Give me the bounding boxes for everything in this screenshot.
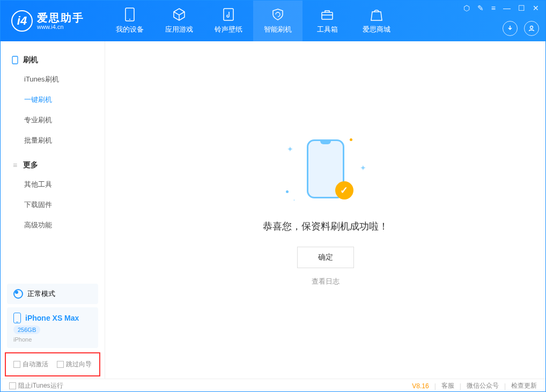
menu-icon[interactable]: ≡	[491, 4, 496, 12]
sidebar-item-batch-flash[interactable]: 批量刷机	[1, 130, 105, 151]
list-icon: ≡	[11, 161, 19, 169]
device-storage-badge: 256GB	[13, 326, 40, 334]
skip-guide-checkbox[interactable]: 跳过向导	[57, 360, 92, 369]
music-file-icon	[222, 8, 235, 21]
svg-rect-2	[224, 9, 233, 20]
bag-icon	[370, 8, 383, 21]
mode-label: 正常模式	[27, 289, 55, 299]
checkbox-icon	[9, 382, 16, 389]
sparkle-icon: ✦	[360, 164, 366, 172]
shield-refresh-icon	[271, 8, 285, 21]
confirm-button[interactable]: 确定	[297, 247, 354, 268]
tab-smart-flash[interactable]: 智能刷机	[253, 1, 302, 41]
phone-icon	[123, 8, 137, 21]
separator: |	[460, 382, 461, 390]
footer-link-wechat[interactable]: 微信公众号	[467, 381, 499, 390]
device-icon	[11, 56, 19, 64]
tab-label: 爱思商城	[363, 25, 390, 34]
tab-ringtones[interactable]: 铃声壁纸	[204, 1, 253, 41]
note-icon[interactable]: ✎	[477, 4, 484, 12]
dot-icon	[350, 138, 352, 141]
sidebar-item-itunes-flash[interactable]: iTunes刷机	[1, 69, 105, 90]
mode-card[interactable]: 正常模式	[7, 284, 98, 304]
checkbox-label: 自动激活	[23, 360, 48, 369]
section-title: 更多	[23, 160, 38, 170]
tab-apps-games[interactable]: 应用游戏	[154, 1, 204, 41]
sidebar: 刷机 iTunes刷机 一键刷机 专业刷机 批量刷机 ≡ 更多 其他工具 下载固…	[1, 41, 105, 379]
minimize-icon[interactable]: —	[503, 4, 511, 12]
tab-toolbox[interactable]: 工具箱	[302, 1, 352, 41]
success-message: 恭喜您，保资料刷机成功啦！	[263, 220, 388, 233]
logo-icon: i4	[11, 10, 33, 32]
close-icon[interactable]: ✕	[533, 4, 539, 12]
user-button[interactable]	[524, 21, 539, 36]
tab-my-device[interactable]: 我的设备	[105, 1, 154, 41]
sidebar-item-other-tools[interactable]: 其他工具	[1, 174, 105, 195]
success-illustration: ✦ ✦ · ✓	[283, 134, 368, 209]
separator: |	[504, 382, 506, 390]
download-button[interactable]	[503, 21, 518, 36]
device-type: iPhone	[13, 336, 32, 343]
phone-mini-icon	[13, 313, 21, 323]
app-title: 爱思助手	[37, 12, 84, 24]
maximize-icon[interactable]: ☐	[518, 4, 525, 12]
mode-icon	[13, 289, 23, 299]
view-log-link[interactable]: 查看日志	[312, 277, 340, 286]
tab-label: 铃声壁纸	[215, 25, 242, 34]
cube-icon	[172, 8, 186, 21]
svg-rect-3	[322, 12, 333, 19]
block-itunes-checkbox[interactable]: 阻止iTunes运行	[9, 381, 63, 390]
sidebar-item-download-firmware[interactable]: 下载固件	[1, 195, 105, 215]
footer-link-update[interactable]: 检查更新	[511, 381, 537, 390]
app-subtitle: www.i4.cn	[37, 24, 84, 30]
tab-label: 智能刷机	[264, 25, 292, 34]
window-controls: ⬡ ✎ ≡ — ☐ ✕	[463, 4, 539, 12]
checkbox-label: 跳过向导	[66, 360, 92, 369]
auto-activate-checkbox[interactable]: 自动激活	[13, 360, 48, 369]
footer-link-support[interactable]: 客服	[441, 381, 454, 390]
toolbox-icon	[320, 8, 334, 21]
shirt-icon[interactable]: ⬡	[463, 4, 470, 12]
logo-area: i4 爱思助手 www.i4.cn	[1, 10, 105, 32]
tab-label: 应用游戏	[165, 25, 193, 34]
sidebar-item-advanced[interactable]: 高级功能	[1, 215, 105, 235]
checkbox-icon	[57, 361, 64, 368]
checkbox-icon	[13, 361, 20, 368]
separator: |	[434, 382, 436, 390]
highlighted-checkbox-row: 自动激活 跳过向导	[5, 352, 100, 376]
sidebar-header-more: ≡ 更多	[1, 156, 105, 174]
sidebar-item-pro-flash[interactable]: 专业刷机	[1, 110, 105, 130]
header-bar: i4 爱思助手 www.i4.cn 我的设备 应用游戏 铃声壁纸 智能刷机 工具…	[1, 1, 545, 41]
tab-store[interactable]: 爱思商城	[352, 1, 401, 41]
footer-bar: 阻止iTunes运行 V8.16 | 客服 | 微信公众号 | 检查更新	[1, 379, 545, 392]
main-content: ✦ ✦ · ✓ 恭喜您，保资料刷机成功啦！ 确定 查看日志	[105, 41, 545, 379]
tab-label: 工具箱	[317, 25, 338, 34]
success-check-icon: ✓	[335, 181, 353, 199]
device-card[interactable]: iPhone XS Max 256GB iPhone	[7, 307, 98, 348]
sparkle-icon: ·	[293, 195, 296, 204]
svg-rect-5	[12, 56, 18, 64]
sidebar-header-flash: 刷机	[1, 51, 105, 69]
sidebar-item-oneclick-flash[interactable]: 一键刷机	[1, 90, 105, 110]
svg-point-4	[530, 26, 533, 29]
svg-point-1	[129, 19, 130, 20]
nav-tabs: 我的设备 应用游戏 铃声壁纸 智能刷机 工具箱 爱思商城	[105, 1, 401, 41]
sparkle-icon: ✦	[287, 145, 293, 153]
device-name: iPhone XS Max	[25, 314, 79, 322]
section-title: 刷机	[23, 55, 38, 65]
checkbox-label: 阻止iTunes运行	[18, 381, 63, 390]
tab-label: 我的设备	[116, 25, 144, 34]
dot-icon	[286, 190, 289, 193]
version-label: V8.16	[412, 382, 429, 390]
